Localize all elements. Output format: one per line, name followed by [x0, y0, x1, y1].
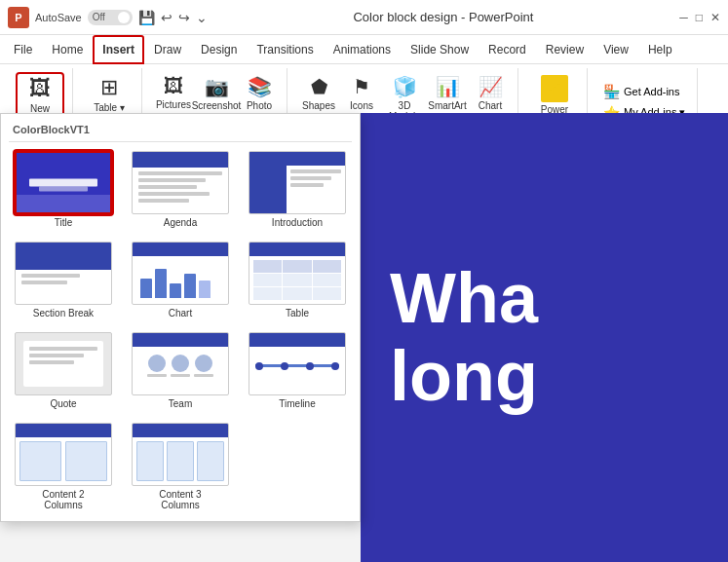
tab-review[interactable]: Review [536, 35, 594, 64]
layout-section-break-thumb [15, 242, 112, 305]
customize-icon[interactable]: ⌄ [196, 10, 208, 25]
chart-button[interactable]: 📈 Chart [471, 72, 510, 114]
window-title: Color block design - PowerPoint [208, 10, 680, 24]
slide-layout-panel: ColorBlockVT1 Title [0, 113, 361, 522]
tab-design[interactable]: Design [191, 35, 247, 64]
svg-rect-2 [557, 85, 560, 95]
layout-timeline-thumb [249, 332, 346, 395]
slide-preview-text: Wha long [390, 260, 538, 414]
tab-insert[interactable]: Insert [93, 35, 144, 64]
layout-content2-label: Content 2Columns [42, 489, 84, 510]
app-logo: P [8, 7, 29, 28]
get-addins-button[interactable]: 🏪 Get Add-ins [599, 82, 683, 101]
undo-icon[interactable]: ↩ [161, 10, 172, 25]
layout-content3-label: Content 3Columns [159, 489, 201, 510]
layout-agenda-label: Agenda [164, 217, 197, 228]
chart-icon: 📈 [479, 75, 503, 98]
redo-icon[interactable]: ↪ [178, 10, 190, 25]
minimize-btn[interactable]: ─ [679, 11, 688, 24]
tab-slideshow[interactable]: Slide Show [401, 35, 479, 64]
tab-record[interactable]: Record [479, 35, 536, 64]
tab-file[interactable]: File [4, 35, 42, 64]
layout-table-label: Table [286, 308, 309, 318]
layout-team-label: Team [169, 398, 192, 409]
tab-view[interactable]: View [594, 35, 638, 64]
table-button[interactable]: ⊞ Table ▾ [85, 72, 134, 116]
layout-chart[interactable]: Chart [126, 239, 235, 321]
panel-title: ColorBlockVT1 [9, 122, 352, 142]
layout-introduction[interactable]: Introduction [243, 148, 352, 231]
layout-content3-thumb [132, 423, 229, 486]
table-label: Table ▾ [94, 102, 125, 113]
layout-quote-label: Quote [50, 398, 76, 409]
main-slide-area: Wha long [361, 113, 728, 562]
title-bar-left: P AutoSave Off 💾 ↩ ↪ ⌄ [8, 7, 208, 28]
tab-draw[interactable]: Draw [144, 35, 191, 64]
ribbon-tabs: File Home Insert Draw Design Transitions… [0, 35, 728, 64]
layout-content2-thumb [15, 423, 112, 486]
icons-icon: ⚑ [353, 75, 370, 98]
photo-album-icon: 📚 [248, 75, 272, 98]
autosave-toggle[interactable]: Off [88, 10, 133, 25]
layout-timeline-label: Timeline [279, 398, 315, 409]
save-icon[interactable]: 💾 [138, 10, 155, 25]
layout-timeline[interactable]: Timeline [243, 329, 352, 412]
autosave-label: AutoSave [35, 12, 82, 23]
shapes-icon: ⬟ [311, 75, 327, 98]
toggle-knob [118, 12, 130, 23]
layout-content-2-col[interactable]: Content 2Columns [9, 420, 118, 513]
slide-text-line2: long [390, 338, 538, 415]
layout-chart-thumb [132, 242, 229, 305]
tab-help[interactable]: Help [638, 35, 682, 64]
slide-layout-grid: Title Agenda [9, 148, 352, 513]
pictures-icon: 🖼 [164, 75, 183, 97]
smartart-label: SmartArt [428, 100, 466, 111]
layout-quote-thumb [15, 332, 112, 395]
tab-home[interactable]: Home [42, 35, 93, 64]
layout-introduction-thumb [249, 151, 346, 214]
layout-agenda[interactable]: Agenda [126, 148, 235, 231]
get-addins-icon: 🏪 [603, 84, 620, 99]
layout-quote[interactable]: Quote [9, 329, 118, 412]
layout-title-thumb [15, 151, 112, 214]
chart-label: Chart [479, 100, 502, 111]
layout-agenda-thumb [132, 151, 229, 214]
smartart-icon: 📊 [436, 75, 460, 98]
slide-text-line1: Wha [390, 260, 538, 337]
icons-label: Icons [350, 100, 373, 111]
tab-transitions[interactable]: Transitions [247, 35, 323, 64]
title-bar: P AutoSave Off 💾 ↩ ↪ ⌄ Color block desig… [0, 0, 728, 35]
new-slide-icon: 🖼 [29, 76, 51, 101]
svg-rect-1 [554, 88, 556, 95]
screenshot-icon: 📷 [205, 75, 229, 98]
svg-rect-0 [549, 91, 552, 95]
power-bi-icon [541, 75, 568, 102]
table-icon: ⊞ [100, 75, 118, 100]
layout-team-thumb [132, 332, 229, 395]
maximize-btn[interactable]: □ [696, 11, 703, 24]
layout-section-break-label: Section Break [33, 308, 94, 318]
get-addins-label: Get Add-ins [624, 86, 679, 97]
layout-introduction-label: Introduction [272, 217, 323, 228]
3d-models-icon: 🧊 [393, 75, 417, 98]
layout-chart-label: Chart [169, 308, 192, 318]
toggle-off-label: Off [93, 12, 105, 22]
icons-button[interactable]: ⚑ Icons [342, 72, 381, 114]
layout-title-label: Title [55, 217, 73, 228]
smartart-button[interactable]: 📊 SmartArt [428, 72, 467, 114]
layout-table-thumb [249, 242, 346, 305]
layout-table[interactable]: Table [243, 239, 352, 321]
tab-animations[interactable]: Animations [324, 35, 401, 64]
close-btn[interactable]: ✕ [710, 11, 720, 24]
layout-team[interactable]: Team [126, 329, 235, 412]
title-bar-right: ─ □ ✕ [679, 11, 720, 24]
layout-title[interactable]: Title [9, 148, 118, 231]
layout-content-3-col[interactable]: Content 3Columns [126, 420, 235, 513]
layout-section-break[interactable]: Section Break [9, 239, 118, 321]
